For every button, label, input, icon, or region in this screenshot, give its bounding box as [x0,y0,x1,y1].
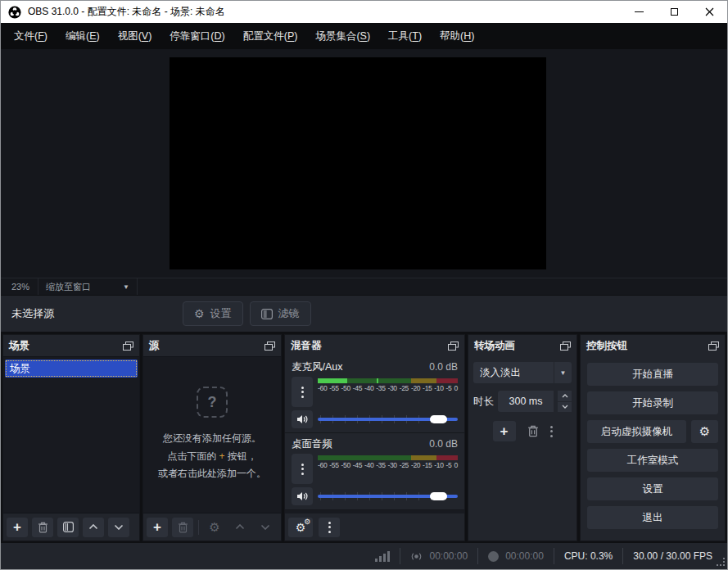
volume-slider[interactable] [318,491,458,502]
source-properties-button[interactable]: ⚙ [204,518,225,537]
maximize-button[interactable] [657,1,692,23]
volume-slider[interactable] [318,414,458,425]
slider-handle[interactable] [430,492,447,500]
meter-scale-label: -35 [376,461,385,469]
source-properties-toolbar-button[interactable]: ⚙ 设置 [183,301,243,326]
sources-empty-line1: 您还没有添加任何源。 [163,430,261,448]
close-button[interactable] [692,1,727,23]
zoom-level: 23% [1,282,38,292]
menu-bar: 文件(F) 编辑(E) 视图(V) 停靠窗口(D) 配置文件(P) 场景集合(S… [1,23,727,49]
chevron-up-icon [235,524,245,530]
start-streaming-button[interactable]: 开始直播 [587,363,718,386]
sources-empty-line3: 或者右击此处添加一个。 [158,465,266,483]
channel-menu-button[interactable] [292,454,313,484]
move-scene-down-button[interactable] [108,518,129,537]
menu-item-edit[interactable]: 编辑(E) [57,23,109,49]
resize-grip[interactable] [717,559,725,566]
start-virtual-camera-button[interactable]: 启动虚拟摄像机 [587,420,686,443]
trash-icon [38,522,48,533]
minimize-button[interactable] [622,1,657,23]
popout-dock-icon[interactable] [265,342,275,351]
meter-scale-label: -40 [364,384,373,392]
add-source-button[interactable]: + [147,518,168,537]
move-source-down-button[interactable] [255,518,276,537]
meter-scale-label: -60 [318,461,327,469]
meter-scale-label: -15 [423,384,432,392]
settings-button[interactable]: 设置 [587,477,718,500]
menu-item-docks[interactable]: 停靠窗口(D) [161,23,233,49]
zoom-fit-dropdown[interactable]: 缩放至窗口 ▼ [38,278,138,295]
exit-button[interactable]: 退出 [587,506,718,529]
advanced-audio-button[interactable]: ⚙⚙ [288,518,313,537]
start-recording-button[interactable]: 开始录制 [587,391,718,414]
menu-item-profile[interactable]: 配置文件(P) [234,23,307,49]
move-scene-up-button[interactable] [83,518,104,537]
remove-transition-button[interactable] [527,425,539,437]
question-mark-icon: ? [197,387,228,418]
meter-scale-label: -60 [318,384,327,392]
menu-item-file[interactable]: 文件(F) [5,23,57,49]
meter-scale-label: -50 [341,461,350,469]
move-source-up-button[interactable] [229,518,251,537]
volume-meter [318,455,458,460]
duration-up-button[interactable] [558,391,572,401]
sources-empty-state[interactable]: ? 您还没有添加任何源。 点击下面的 + 按钮， 或者右击此处添加一个。 [143,356,281,513]
record-icon [488,551,499,562]
meter-scale-label: -20 [411,384,420,392]
remove-source-button[interactable] [172,518,193,537]
duration-down-button[interactable] [558,402,572,413]
menu-item-help[interactable]: 帮助(H) [431,23,483,49]
add-scene-button[interactable]: + [7,518,28,537]
no-source-selected-label: 未选择源 [11,306,54,321]
trash-icon [178,522,188,533]
preview-canvas[interactable] [170,57,546,269]
channel-name: 麦克风/Aux [292,360,343,374]
title-bar: OBS 31.0.0 - 配置文件: 未命名 - 场景: 未命名 [1,1,727,23]
transition-menu-button[interactable] [550,426,553,437]
meter-scale-label: -45 [353,384,362,392]
audio-mixer-dock: 混音器 麦克风/Aux 0.0 dB -60-55-50-45-40-35-30… [284,334,465,541]
virtual-camera-settings-button[interactable]: ⚙ [691,420,718,443]
channel-db-value: 0.0 dB [429,438,458,450]
source-properties-label: 设置 [210,306,232,321]
filter-icon [63,522,74,532]
duration-input[interactable]: 300 ms [498,391,554,412]
add-transition-button[interactable]: + [493,421,516,441]
meter-scale-label: -5 [446,384,452,392]
menu-item-scene-collection[interactable]: 场景集合(S) [306,23,379,49]
source-filters-toolbar-button[interactable]: 滤镜 [250,301,311,326]
duration-label: 时长 [473,395,494,409]
window-title: OBS 31.0.0 - 配置文件: 未命名 - 场景: 未命名 [28,5,225,19]
scene-filters-button[interactable] [57,518,79,537]
preview-area[interactable] [1,49,727,278]
filter-icon [261,309,273,319]
meter-scale-label: -25 [400,461,409,469]
speaker-icon [296,491,309,501]
meter-scale-label: -30 [387,384,396,392]
popout-dock-icon[interactable] [123,342,133,351]
menu-item-tools[interactable]: 工具(T) [379,23,431,49]
double-gear-icon: ⚙⚙ [296,522,306,533]
studio-mode-button[interactable]: 工作室模式 [587,449,718,472]
mute-button[interactable] [292,487,313,505]
meter-scale-label: -45 [353,461,362,469]
stream-status: 00:00:00 [410,550,468,562]
popout-dock-icon[interactable] [708,342,719,351]
mixer-menu-button[interactable] [319,518,340,537]
mute-button[interactable] [292,410,313,428]
channel-menu-button[interactable] [292,377,313,407]
scenes-toolbar: + [3,513,139,541]
menu-item-view[interactable]: 视图(V) [109,23,161,49]
remove-scene-button[interactable] [32,518,53,537]
transition-select[interactable]: 淡入淡出 ▼ [473,362,572,383]
scene-list[interactable]: 场景 [3,356,139,513]
channel-name: 桌面音频 [292,437,332,451]
popout-dock-icon[interactable] [448,342,459,351]
popout-dock-icon[interactable] [560,342,571,351]
chevron-down-icon: ▼ [554,362,572,383]
chevron-down-icon [260,524,270,530]
statusbar-separator [400,548,400,564]
slider-handle[interactable] [430,415,447,423]
scene-list-item-selected[interactable]: 场景 [5,360,138,378]
scenes-dock-title: 场景 [9,339,29,353]
